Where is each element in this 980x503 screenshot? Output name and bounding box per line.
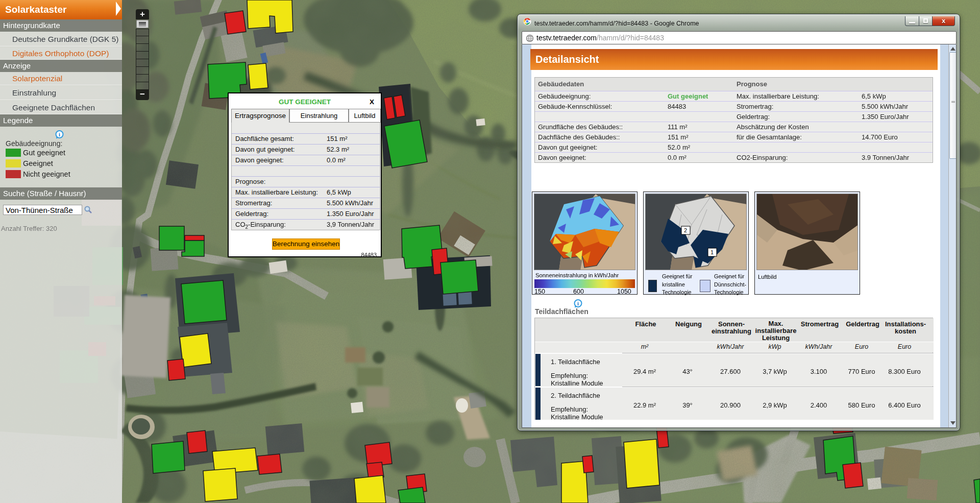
svg-text:i: i — [577, 300, 579, 306]
svg-text:i: i — [59, 131, 60, 137]
svg-text:2: 2 — [684, 227, 687, 233]
svg-text:1: 1 — [710, 249, 714, 255]
